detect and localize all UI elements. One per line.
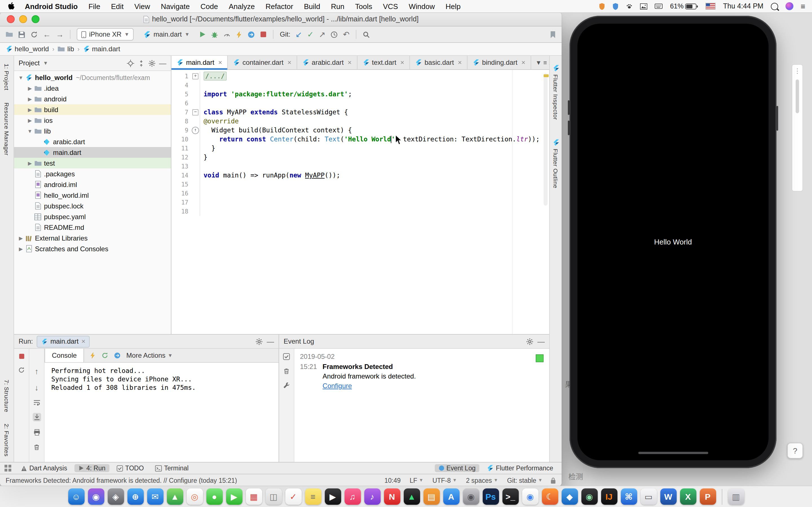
override-method-icon[interactable]: ↑ <box>192 126 199 134</box>
hide-panel-button[interactable]: — <box>267 337 274 346</box>
dock-icon-music[interactable]: ♫ <box>344 489 361 505</box>
dock-icon-intellij-idea[interactable]: IJ <box>601 489 617 505</box>
shield-orange-icon[interactable] <box>599 3 605 10</box>
menu-item-view[interactable]: View <box>134 2 150 10</box>
dock-icon-launchpad[interactable]: ◈ <box>107 489 124 505</box>
gear-icon[interactable] <box>255 338 263 345</box>
status-item-utf-8[interactable]: UTF-8▼ <box>433 477 457 484</box>
dock-icon-powerpoint[interactable]: P <box>700 489 716 505</box>
forward-icon[interactable]: → <box>56 30 64 39</box>
code-line[interactable]: 16 <box>171 189 549 198</box>
tree-item-scratches-and-consoles[interactable]: ▶Scratches and Consoles <box>14 243 171 254</box>
status-item-git-stable[interactable]: Git: stable▼ <box>507 477 543 484</box>
tree-chevron-icon[interactable]: ▼ <box>27 128 33 134</box>
tree-item-arabic.dart[interactable]: arabic.dart <box>14 136 171 147</box>
dock-icon-maps[interactable]: ▲ <box>167 489 183 505</box>
battery-indicator[interactable]: 61% <box>670 2 698 10</box>
tree-chevron-icon[interactable]: ▶ <box>17 246 24 251</box>
screenshot-icon[interactable] <box>640 3 647 9</box>
collapse-all-icon[interactable] <box>138 59 145 67</box>
code-line[interactable]: 15 <box>171 180 549 189</box>
code-line[interactable]: 7−class MyAPP extends StatelessWidget { <box>171 108 549 117</box>
tool-window-button-dart-analysis[interactable]: Dart Analysis <box>17 464 71 472</box>
breadcrumb-item-lib[interactable]: lib <box>58 45 74 53</box>
tool-stripe-button-flutter-inspector[interactable]: Flutter Inspector <box>552 74 559 120</box>
tool-stripe-button-resource-manager[interactable]: Resource Manager <box>3 103 10 156</box>
more-actions-dropdown[interactable]: More Actions ▼ <box>126 351 173 359</box>
menu-item-help[interactable]: Help <box>446 2 461 10</box>
floating-scrollbar-strip[interactable]: ⋮ <box>792 64 803 191</box>
breadcrumb-item-hello_world[interactable]: hello_world <box>6 45 49 53</box>
clear-log-icon[interactable] <box>283 367 290 375</box>
down-stack-icon[interactable]: ↓ <box>35 383 39 392</box>
debug-button[interactable] <box>211 31 218 38</box>
close-icon[interactable]: × <box>218 59 222 66</box>
fold-expand-icon[interactable]: + <box>192 73 199 79</box>
dock-icon-mail[interactable]: ✉ <box>147 489 163 505</box>
clear-console-icon[interactable] <box>33 443 40 451</box>
close-window-button[interactable] <box>7 15 15 23</box>
tool-window-button-todo[interactable]: TODO <box>113 464 148 472</box>
tree-item-readme.md[interactable]: README.md <box>14 222 171 233</box>
shield-blue-icon[interactable] <box>612 3 619 10</box>
code-line[interactable]: 4 <box>171 80 549 90</box>
hot-restart-icon[interactable] <box>101 352 108 359</box>
menu-item-code[interactable]: Code <box>200 2 218 10</box>
menu-item-android-studio[interactable]: Android Studio <box>25 2 78 10</box>
tree-chevron-icon[interactable]: ▶ <box>27 117 33 123</box>
dock-icon-simulator-app[interactable]: ▭ <box>640 489 657 505</box>
dock-icon-firefox[interactable]: ☾ <box>542 489 558 505</box>
window-title-bar[interactable]: hello_world [~/Documents/flutter/example… <box>0 12 562 26</box>
run-button[interactable] <box>199 31 206 38</box>
dock-icon-news[interactable]: N <box>384 489 400 505</box>
siri-icon[interactable] <box>785 2 794 10</box>
tree-item-main.dart[interactable]: main.dart <box>14 147 171 158</box>
tree-item-.packages[interactable]: .packages <box>14 168 171 179</box>
dock-icon-finder[interactable]: ☺ <box>68 489 84 505</box>
gear-icon[interactable] <box>526 338 534 345</box>
git-commit-icon[interactable]: ✓ <box>307 30 313 39</box>
tool-stripe-button--favorites[interactable]: 2: Favorites <box>3 424 10 456</box>
dock-icon-excel[interactable]: X <box>680 489 696 505</box>
profiler-button[interactable] <box>223 31 231 38</box>
dock-icon-podcasts[interactable]: ♪ <box>364 489 380 505</box>
flutter-attach-icon[interactable] <box>114 352 121 359</box>
configure-link[interactable]: Configure <box>322 382 352 390</box>
notification-center-icon[interactable]: ≡ <box>801 2 805 11</box>
input-language-flag-icon[interactable] <box>706 3 716 10</box>
code-line[interactable]: 1+/.../ <box>171 71 549 80</box>
code-line[interactable]: 14void main() => runApp(new MyAPP()); <box>171 171 549 180</box>
menu-item-refactor[interactable]: Refactor <box>266 2 293 10</box>
code-line[interactable]: 13 <box>171 162 549 171</box>
stop-button[interactable] <box>260 31 267 38</box>
git-update-icon[interactable]: ↙ <box>296 30 302 39</box>
save-all-icon[interactable] <box>18 31 26 38</box>
menu-item-run[interactable]: Run <box>331 2 345 10</box>
print-icon[interactable] <box>33 429 40 436</box>
tree-item-build[interactable]: ▶build <box>14 104 171 115</box>
search-everywhere-icon[interactable] <box>363 31 370 38</box>
dock-icon-facetime[interactable]: ▶ <box>226 489 242 505</box>
tree-item-hello-world.iml[interactable]: hello_world.iml <box>14 190 171 201</box>
bookmark-flag-icon[interactable] <box>550 31 556 38</box>
menu-item-file[interactable]: File <box>89 2 100 10</box>
editor-scrollbar[interactable] <box>544 73 548 206</box>
code-line[interactable]: 18 <box>171 207 549 216</box>
tool-window-button-flutter-performance[interactable]: Flutter Performance <box>483 464 557 472</box>
console-output[interactable]: Performing hot reload...Syncing files to… <box>45 363 278 462</box>
tool-stripe-button-flutter-outline[interactable]: Flutter Outline <box>552 149 559 188</box>
code-editor[interactable]: 1+/.../45import 'package:flutter/widgets… <box>171 70 549 334</box>
dock-icon-notes[interactable]: ≡ <box>305 489 321 505</box>
close-icon[interactable]: × <box>288 59 292 66</box>
menu-item-analyze[interactable]: Analyze <box>229 2 255 10</box>
dock-icon-contacts[interactable]: ◫ <box>265 489 282 505</box>
fold-collapse-icon[interactable]: − <box>192 109 199 115</box>
dock-icon-terminal[interactable]: >_ <box>502 489 518 505</box>
editor-tab-binding.dart[interactable]: binding.dart× <box>467 56 531 69</box>
spotlight-icon[interactable] <box>771 3 778 10</box>
tree-chevron-icon[interactable]: ▶ <box>17 235 24 241</box>
tree-item-ios[interactable]: ▶ios <box>14 115 171 126</box>
rerun-button[interactable] <box>18 367 25 374</box>
dock-icon-photoshop[interactable]: Ps <box>483 489 499 505</box>
menu-item-edit[interactable]: Edit <box>111 2 124 10</box>
